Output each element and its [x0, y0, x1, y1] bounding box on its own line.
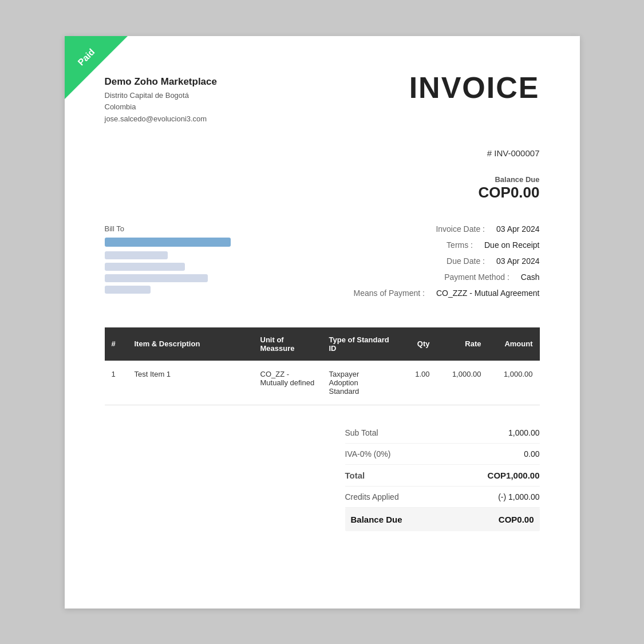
- col-header-unit: Unit of Meassure: [254, 327, 322, 361]
- table-row: 1 Test Item 1 CO_ZZ - Mutually defined T…: [105, 361, 540, 405]
- due-date-label: Due Date :: [322, 256, 485, 266]
- row-num: 1: [105, 361, 128, 405]
- bill-to-line4: [105, 274, 208, 282]
- row-amount: 1,000.00: [488, 361, 540, 405]
- payment-method-value: Cash: [521, 272, 540, 282]
- col-header-amount: Amount: [488, 327, 540, 361]
- balance-due-top-label: Balance Due: [479, 175, 540, 184]
- tax-row: IVA-0% (0%) 0.00: [345, 444, 540, 465]
- totals-section: Sub Total 1,000.00 IVA-0% (0%) 0.00 Tota…: [105, 422, 540, 531]
- means-of-payment-value: CO_ZZZ - Mutual Agreement: [436, 289, 540, 298]
- subtotal-value: 1,000.00: [471, 428, 540, 437]
- means-of-payment-row: Means of Payment : CO_ZZZ - Mutual Agree…: [322, 289, 540, 298]
- terms-row: Terms : Due on Receipt: [322, 240, 540, 250]
- grand-total-value: COP1,000.00: [471, 471, 540, 480]
- subtotal-row: Sub Total 1,000.00: [345, 422, 540, 444]
- row-rate: 1,000.00: [437, 361, 488, 405]
- col-header-qty: Qty: [397, 327, 437, 361]
- due-date-row: Due Date : 03 Apr 2024: [322, 256, 540, 266]
- paid-ribbon: Paid: [65, 36, 128, 99]
- payment-method-row: Payment Method : Cash: [322, 272, 540, 282]
- invoice-date-label: Invoice Date :: [322, 224, 485, 234]
- invoice-number: # INV-000007: [487, 148, 540, 158]
- bill-to-line1: [105, 238, 231, 247]
- row-type: Taxpayer Adoption Standard: [322, 361, 397, 405]
- balance-due-box: Balance Due COP0.00: [479, 175, 540, 202]
- terms-label: Terms :: [322, 240, 473, 250]
- due-date-value: 03 Apr 2024: [496, 256, 540, 266]
- credits-row: Credits Applied (-) 1,000.00: [345, 487, 540, 508]
- balance-due-final-value: COP0.00: [465, 515, 534, 524]
- company-email: jose.salcedo@evolucioni3.com: [105, 113, 218, 125]
- row-qty: 1.00: [397, 361, 437, 405]
- row-unit: CO_ZZ - Mutually defined: [254, 361, 322, 405]
- bill-to-label: Bill To: [105, 224, 322, 233]
- terms-value: Due on Receipt: [484, 240, 540, 250]
- balance-due-row: Balance Due COP0.00: [345, 508, 540, 531]
- table-header-row: # Item & Description Unit of Meassure Ty…: [105, 327, 540, 361]
- balance-due-top-amount: COP0.00: [479, 184, 540, 202]
- means-of-payment-label: Means of Payment :: [322, 289, 425, 298]
- line-items-table: # Item & Description Unit of Meassure Ty…: [105, 327, 540, 405]
- bill-to-section: Bill To: [105, 224, 322, 305]
- col-header-type: Type of Standard ID: [322, 327, 397, 361]
- invoice-info-table: Invoice Date : 03 Apr 2024 Terms : Due o…: [322, 224, 540, 305]
- tax-label: IVA-0% (0%): [345, 449, 391, 459]
- grand-total-label: Total: [345, 471, 365, 480]
- balance-due-top: Balance Due COP0.00: [105, 175, 540, 202]
- bill-to-line5: [105, 286, 151, 294]
- bill-to-line2: [105, 251, 168, 259]
- grand-total-row: Total COP1,000.00: [345, 465, 540, 487]
- invoice-document: Paid Demo Zoho Marketplace Distrito Capi…: [65, 36, 580, 609]
- invoice-title: INVOICE: [409, 70, 540, 105]
- col-header-rate: Rate: [437, 327, 488, 361]
- invoice-meta: # INV-000007: [105, 148, 540, 158]
- invoice-date-row: Invoice Date : 03 Apr 2024: [322, 224, 540, 234]
- col-header-item: Item & Description: [128, 327, 254, 361]
- row-item: Test Item 1: [128, 361, 254, 405]
- balance-due-final-label: Balance Due: [351, 515, 402, 524]
- payment-method-label: Payment Method :: [322, 272, 509, 282]
- invoice-date-value: 03 Apr 2024: [496, 224, 540, 234]
- invoice-details-section: Bill To Invoice Date : 03 Apr 2024 Terms: [105, 224, 540, 305]
- invoice-header: Demo Zoho Marketplace Distrito Capital d…: [105, 70, 540, 125]
- subtotal-label: Sub Total: [345, 428, 378, 437]
- credits-value: (-) 1,000.00: [471, 492, 540, 501]
- credits-label: Credits Applied: [345, 492, 399, 501]
- company-address-line2: Colombia: [105, 101, 218, 113]
- bill-to-line3: [105, 263, 185, 271]
- tax-value: 0.00: [471, 449, 540, 459]
- col-header-num: #: [105, 327, 128, 361]
- paid-ribbon-text: Paid: [70, 41, 102, 73]
